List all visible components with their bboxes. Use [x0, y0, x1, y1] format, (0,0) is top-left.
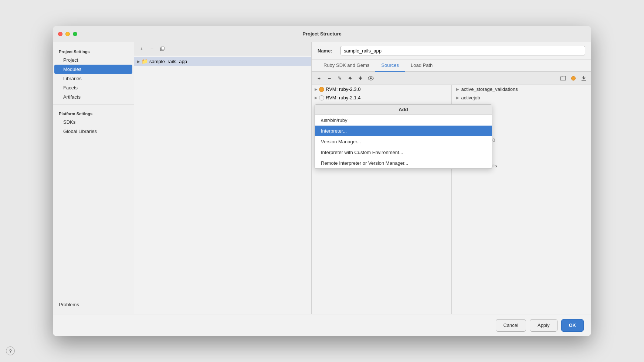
svg-rect-10: [583, 76, 584, 78]
content-row: + − ▶ 📁 sample_rails: [134, 42, 591, 314]
sources-eye-button[interactable]: [366, 74, 375, 83]
module-tree-panel: + − ▶ 📁 sample_rails: [134, 42, 312, 314]
svg-rect-1: [161, 47, 164, 50]
name-input[interactable]: [340, 46, 585, 55]
dialog-title: Project Structure: [302, 31, 341, 37]
dropdown-header: Add: [315, 105, 492, 115]
source-tree-item-rvm230[interactable]: ▶ RVM: ruby-2.3.0: [312, 85, 451, 93]
source-tree-item-rvm214[interactable]: ▶ RVM: ruby-2.1.4: [312, 93, 451, 102]
sidebar-item-modules[interactable]: Modules: [54, 65, 132, 74]
svg-point-7: [370, 77, 372, 79]
tree-expand-icon-2: ▶: [315, 96, 318, 100]
svg-point-8: [572, 76, 576, 80]
remove-module-button[interactable]: −: [148, 44, 156, 53]
package-item-activejob: ▶ activejob: [452, 93, 592, 102]
sidebar-item-libraries[interactable]: Libraries: [53, 74, 134, 83]
apply-button[interactable]: Apply: [530, 319, 557, 332]
dropdown-item-remote-interpreter[interactable]: Remote Interpreter or Version Manager...: [315, 158, 492, 168]
svg-rect-3: [350, 79, 350, 80]
sidebar-item-project[interactable]: Project: [53, 55, 134, 65]
title-bar: Project Structure: [53, 26, 591, 42]
sources-circle-button[interactable]: [569, 74, 578, 83]
dropdown-item-interpreter-custom[interactable]: Interpreter with Custom Environment...: [315, 147, 492, 158]
ruby-version-icon-2: [319, 95, 324, 100]
sources-edit-button[interactable]: ✎: [335, 74, 344, 83]
close-button[interactable]: [58, 32, 62, 36]
cancel-button[interactable]: Cancel: [496, 319, 526, 332]
sources-download-button[interactable]: [579, 74, 588, 83]
window-controls: [58, 32, 77, 36]
sidebar: Project Settings Project Modules Librari…: [53, 42, 134, 314]
copy-module-button[interactable]: [158, 44, 167, 53]
svg-marker-9: [582, 78, 586, 79]
svg-rect-11: [582, 80, 586, 81]
sources-remove-button[interactable]: −: [325, 74, 334, 83]
dropdown-item-usr-bin-ruby[interactable]: /usr/bin/ruby: [315, 115, 492, 126]
dialog-body: Project Settings Project Modules Librari…: [53, 42, 591, 314]
sources-toolbar: + − ✎: [312, 72, 591, 85]
right-panel: Name: Ruby SDK and Gems Sources Load Pat…: [312, 42, 591, 314]
sidebar-divider: [53, 105, 134, 105]
minimize-button[interactable]: [65, 32, 70, 36]
sources-add-button[interactable]: +: [315, 74, 323, 83]
svg-rect-5: [360, 76, 361, 78]
name-row: Name:: [312, 42, 591, 59]
tree-chevron: ▶: [137, 59, 140, 64]
name-label: Name:: [318, 48, 336, 54]
tree-item-label: sample_rails_app: [149, 59, 187, 64]
dropdown-item-version-manager[interactable]: Version Manager...: [315, 136, 492, 147]
sidebar-item-sdks[interactable]: SDKs: [53, 117, 134, 127]
source-tree-label-2: RVM: ruby-2.1.4: [326, 95, 360, 100]
project-structure-dialog: Project Structure Project Settings Proje…: [53, 26, 591, 336]
ok-button[interactable]: OK: [561, 319, 584, 332]
add-dropdown: Add /usr/bin/ruby Interpreter... Version…: [315, 104, 492, 169]
maximize-button[interactable]: [73, 32, 77, 36]
dropdown-item-interpreter[interactable]: Interpreter...: [315, 126, 492, 136]
package-item-active-storage-validations: ▶ active_storage_validations: [452, 85, 592, 93]
module-tree: ▶ 📁 sample_rails_app: [134, 55, 311, 314]
ruby-version-icon: [319, 87, 324, 92]
svg-marker-4: [359, 78, 362, 80]
folder-icon: 📁: [142, 58, 148, 64]
sidebar-item-facets[interactable]: Facets: [53, 83, 134, 92]
sources-folder-button[interactable]: [559, 74, 567, 83]
sources-move-down-button[interactable]: [356, 74, 365, 83]
sidebar-item-global-libraries[interactable]: Global Libraries: [53, 127, 134, 136]
main-content: + − ▶ 📁 sample_rails: [134, 42, 591, 314]
sidebar-item-problems[interactable]: Problems: [53, 299, 134, 310]
svg-marker-2: [348, 76, 352, 79]
module-toolbar: + −: [134, 42, 311, 55]
tree-item-sample-rails-app[interactable]: ▶ 📁 sample_rails_app: [134, 57, 311, 66]
platform-settings-section: Platform Settings: [53, 108, 134, 117]
sources-move-up-button[interactable]: [346, 74, 355, 83]
add-module-button[interactable]: +: [137, 44, 146, 53]
sidebar-item-artifacts[interactable]: Artifacts: [53, 92, 134, 102]
tabs-row: Ruby SDK and Gems Sources Load Path: [312, 59, 591, 72]
tree-expand-icon: ▶: [315, 87, 318, 91]
bottom-bar: ? Cancel Apply OK: [53, 314, 591, 336]
project-settings-section: Project Settings: [53, 46, 134, 55]
tab-load-path[interactable]: Load Path: [405, 59, 438, 72]
tab-sources[interactable]: Sources: [375, 59, 405, 72]
tab-ruby-sdk[interactable]: Ruby SDK and Gems: [318, 59, 375, 72]
source-tree-label: RVM: ruby-2.3.0: [326, 86, 360, 92]
